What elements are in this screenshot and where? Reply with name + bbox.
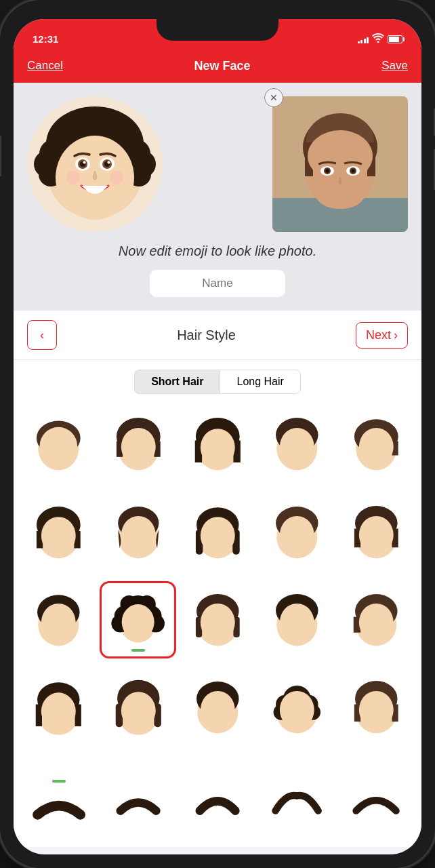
hair-item-17[interactable] (100, 669, 176, 746)
close-photo-button[interactable]: ✕ (264, 88, 283, 107)
phone-frame: 12:31 (0, 0, 435, 868)
bottom-item-1[interactable] (20, 751, 97, 828)
svg-point-39 (317, 184, 363, 209)
svg-point-47 (121, 428, 155, 466)
notch (157, 19, 278, 41)
category-nav: ‹ Hair Style Next › (14, 311, 421, 360)
bottom-row (14, 751, 421, 833)
bottom-item-4[interactable] (259, 751, 335, 828)
hair-grid-row3 (14, 576, 421, 663)
svg-rect-108 (75, 705, 81, 726)
svg-point-109 (41, 692, 76, 730)
nav-bar: Cancel New Face Save (14, 49, 421, 83)
bottom-item-3[interactable] (179, 751, 255, 828)
hair-item-4[interactable] (259, 406, 335, 483)
prev-arrow-icon: ‹ (40, 328, 44, 342)
next-category-button[interactable]: Next › (356, 322, 408, 349)
emoji-face (27, 96, 163, 232)
status-icons (358, 33, 403, 45)
hair-item-6[interactable] (20, 494, 97, 570)
svg-point-17 (83, 161, 86, 164)
phone-screen: 12:31 (14, 19, 421, 854)
battery-icon (388, 35, 402, 43)
hair-item-16[interactable] (20, 669, 97, 746)
svg-point-97 (201, 604, 235, 642)
svg-point-80 (359, 516, 394, 554)
wifi-icon (372, 33, 384, 45)
svg-rect-107 (36, 705, 42, 726)
svg-point-64 (41, 517, 76, 555)
svg-point-42 (40, 427, 78, 465)
svg-point-32 (308, 130, 373, 182)
svg-point-100 (280, 604, 314, 642)
hair-item-12-selected[interactable] (100, 581, 176, 658)
hair-grid-row4 (14, 664, 421, 751)
svg-point-104 (359, 604, 394, 642)
faces-row: ✕ (27, 96, 408, 232)
hair-item-3[interactable] (179, 406, 255, 483)
svg-point-92 (122, 604, 154, 639)
svg-point-83 (41, 604, 76, 642)
svg-point-38 (352, 170, 355, 173)
svg-point-75 (280, 516, 314, 554)
svg-point-55 (280, 428, 314, 466)
svg-point-72 (201, 517, 235, 555)
hair-item-18[interactable] (179, 669, 255, 746)
hair-item-13[interactable] (179, 581, 255, 658)
hair-grid-row1 (14, 401, 421, 488)
name-input-wrap (27, 270, 408, 297)
hair-grid-row2 (14, 488, 421, 576)
status-time: 12:31 (33, 33, 58, 45)
hair-item-2[interactable] (100, 406, 176, 483)
hair-item-20[interactable] (338, 669, 415, 746)
selected-indicator (131, 649, 145, 652)
save-button[interactable]: Save (381, 59, 408, 73)
signal-icon (358, 35, 369, 43)
hair-item-14[interactable] (259, 581, 335, 658)
hair-item-1[interactable] (20, 406, 97, 483)
svg-point-117 (201, 691, 235, 729)
hair-item-8[interactable] (179, 494, 255, 570)
next-arrow-icon: › (394, 328, 398, 342)
svg-point-52 (201, 429, 235, 467)
hair-item-5[interactable] (338, 406, 415, 483)
volume-button[interactable] (0, 136, 1, 176)
svg-point-35 (326, 170, 329, 173)
hair-item-9[interactable] (259, 494, 335, 570)
hair-tabs: Short Hair Long Hair (14, 360, 421, 401)
name-input[interactable] (150, 270, 285, 297)
hair-item-15[interactable] (338, 581, 415, 658)
page-title: New Face (194, 59, 251, 73)
prev-category-button[interactable]: ‹ (27, 320, 57, 350)
svg-point-67 (121, 516, 155, 554)
hair-item-19[interactable] (259, 669, 335, 746)
next-label: Next (366, 328, 391, 342)
svg-point-59 (359, 428, 394, 466)
svg-point-23 (110, 171, 123, 184)
category-title: Hair Style (177, 328, 236, 343)
user-photo (272, 96, 408, 232)
svg-point-124 (280, 691, 314, 729)
edit-hint: Now edit emoji to look like photo. (119, 241, 316, 260)
bottom-item-5[interactable] (338, 751, 415, 828)
svg-point-114 (121, 692, 155, 730)
photo-section: ✕ (272, 96, 408, 232)
upper-section: ✕ (14, 83, 421, 311)
emoji-face-svg (27, 96, 163, 232)
svg-point-10 (81, 110, 108, 137)
cancel-button[interactable]: Cancel (27, 59, 63, 73)
hair-item-10[interactable] (338, 494, 415, 570)
bottom-item-2[interactable] (100, 751, 176, 828)
hair-item-11[interactable] (20, 581, 97, 658)
svg-point-129 (359, 691, 394, 729)
short-hair-tab[interactable]: Short Hair (134, 370, 220, 394)
svg-point-21 (108, 161, 110, 164)
long-hair-tab[interactable]: Long Hair (220, 370, 300, 394)
lower-section[interactable]: ‹ Hair Style Next › Short Hair Long Hair (14, 311, 421, 847)
svg-point-22 (66, 171, 80, 184)
hair-item-7[interactable] (100, 494, 176, 570)
